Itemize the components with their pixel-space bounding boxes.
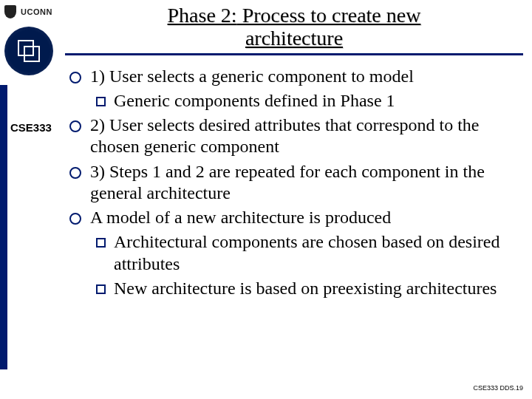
list-item: Architectural components are chosen base… [65,231,523,275]
title-rest1: Process to create new [237,4,421,27]
title-rule [65,53,523,55]
course-label: CSE333 [10,121,52,134]
bullet-list: 1) User selects a generic component to m… [65,66,523,300]
department-logo-icon [4,27,53,75]
bullet-text: Generic components defined in Phase 1 [114,91,395,110]
title-prefix: Phase 2: [168,4,237,27]
bullet-text: 1) User selects a generic component to m… [90,66,414,86]
list-item: 2) User selects desired attributes that … [65,115,523,158]
uconn-logo: UCONN [4,4,56,22]
sidebar: UCONN CSE333 [0,0,59,399]
uconn-shield-icon [4,5,16,18]
bullet-text: A model of a new architecture is produce… [90,208,391,227]
blue-stripe [0,85,7,369]
bullet-text: New architecture is based on preexisting… [114,279,497,298]
main-content: Phase 2: Process to create new architect… [61,0,531,399]
bullet-text: 2) User selects desired attributes that … [90,115,480,156]
list-item: New architecture is based on preexisting… [65,278,523,299]
uconn-text: UCONN [21,7,52,16]
list-item: Generic components defined in Phase 1 [65,90,523,112]
list-item: 1) User selects a generic component to m… [65,66,523,87]
title-line2: architecture [245,27,343,50]
bullet-text: Architectural components are chosen base… [114,232,499,273]
bullet-text: 3) Steps 1 and 2 are repeated for each c… [90,162,485,202]
list-item: 3) Steps 1 and 2 are repeated for each c… [65,161,523,205]
list-item: A model of a new architecture is produce… [65,207,523,228]
slide-footer: CSE333 DDS.19 [473,384,523,392]
slide-title: Phase 2: Process to create new architect… [65,4,523,50]
